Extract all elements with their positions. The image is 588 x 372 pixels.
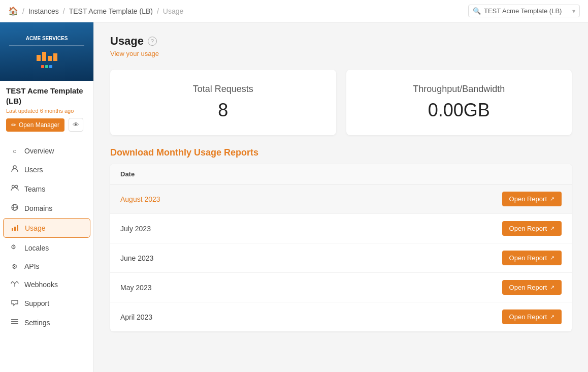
report-row-aug2023: August 2023 Open Report ↗ [110, 184, 572, 214]
usage-icon [11, 223, 20, 233]
domains-label: Domains [24, 204, 52, 212]
svg-rect-7 [14, 227, 16, 231]
separator-3: / [157, 7, 159, 15]
sidebar: ACME SERVICES TEST Ac [0, 22, 94, 372]
report-date-jul2023: July 2023 [120, 225, 151, 233]
open-report-may2023-button[interactable]: Open Report ↗ [502, 280, 562, 295]
open-report-may2023-label: Open Report [509, 284, 547, 291]
support-icon [10, 298, 19, 308]
report-row-jul2023: July 2023 Open Report ↗ [110, 214, 572, 243]
external-link-icon-4: ↗ [550, 284, 554, 291]
throughput-card: Throughput/Bandwidth 0.00GB [346, 70, 572, 135]
open-report-jun2023-label: Open Report [509, 254, 547, 262]
sidebar-item-webhooks[interactable]: Webhooks [3, 275, 90, 293]
report-row-apr2023: April 2023 Open Report ↗ [110, 302, 572, 331]
separator-2: / [63, 7, 65, 15]
search-input[interactable] [484, 7, 569, 15]
sidebar-thumbnail: ACME SERVICES [0, 22, 93, 81]
external-link-icon-5: ↗ [550, 314, 554, 320]
open-manager-label: Open Manager [19, 121, 59, 129]
svg-rect-12 [11, 323, 18, 324]
sidebar-last-updated: Last updated 6 months ago [6, 108, 87, 114]
sidebar-item-support[interactable]: Support [3, 294, 90, 313]
svg-rect-10 [11, 319, 18, 320]
reports-table: Date August 2023 Open Report ↗ July 2023… [110, 164, 572, 331]
open-report-apr2023-label: Open Report [509, 313, 547, 321]
webhooks-icon [10, 280, 19, 289]
stats-row: Total Requests 8 Throughput/Bandwidth 0.… [110, 70, 572, 135]
reports-table-body: August 2023 Open Report ↗ July 2023 Open… [110, 184, 572, 331]
report-date-jun2023: June 2023 [120, 254, 153, 262]
report-row-may2023: May 2023 Open Report ↗ [110, 273, 572, 302]
sidebar-item-overview[interactable]: ○ Overview [3, 142, 90, 160]
help-icon[interactable]: ? [148, 37, 157, 46]
throughput-value: 0.00GB [363, 100, 556, 121]
sidebar-item-locales[interactable]: ⚙ Locales [3, 238, 90, 257]
open-report-apr2023-button[interactable]: Open Report ↗ [502, 309, 562, 324]
layout: ACME SERVICES TEST Ac [0, 22, 588, 372]
users-icon [10, 165, 19, 174]
usage-label: Usage [25, 224, 45, 232]
open-report-aug2023-label: Open Report [509, 195, 547, 203]
home-icon[interactable]: 🏠 [8, 6, 18, 16]
main-content: Usage ? View your usage Total Requests 8… [94, 22, 588, 372]
open-report-aug2023-button[interactable]: Open Report ↗ [502, 192, 562, 206]
domains-icon [10, 203, 19, 213]
search-container: 🔍 ▾ [468, 5, 580, 17]
sidebar-nav: ○ Overview Users [0, 138, 93, 336]
support-label: Support [24, 299, 49, 307]
report-date-apr2023: April 2023 [120, 313, 152, 321]
sidebar-item-apis[interactable]: ⚙ APIs [3, 258, 90, 275]
settings-label: Settings [24, 319, 50, 327]
teams-icon [10, 184, 19, 194]
thumbnail-title: ACME SERVICES [26, 36, 68, 41]
top-nav: 🏠 / Instances / TEST Acme Template (LB) … [0, 0, 588, 22]
sidebar-actions: ✏ Open Manager 👁 [0, 118, 93, 138]
open-report-jul2023-label: Open Report [509, 225, 547, 232]
sidebar-item-teams[interactable]: Teams [3, 179, 90, 198]
overview-label: Overview [24, 147, 54, 155]
preview-button[interactable]: 👁 [69, 118, 83, 132]
locales-label: Locales [24, 244, 49, 252]
external-link-icon-2: ↗ [550, 225, 554, 232]
open-manager-button[interactable]: ✏ Open Manager [6, 118, 64, 132]
locales-icon: ⚙ [10, 243, 19, 253]
chevron-down-icon[interactable]: ▾ [572, 8, 575, 15]
total-requests-value: 8 [126, 100, 320, 121]
external-link-icon: ↗ [550, 196, 554, 202]
webhooks-label: Webhooks [24, 281, 58, 289]
page-title: Usage [110, 35, 144, 48]
page-header: Usage ? View your usage [110, 35, 572, 57]
sidebar-item-settings[interactable]: Settings [3, 313, 90, 332]
open-report-jul2023-button[interactable]: Open Report ↗ [502, 221, 562, 236]
open-report-jun2023-button[interactable]: Open Report ↗ [502, 251, 562, 265]
settings-icon [10, 318, 19, 327]
search-icon: 🔍 [473, 7, 481, 15]
svg-text:⚙: ⚙ [11, 243, 16, 251]
view-usage-link[interactable]: View your usage [110, 50, 572, 57]
breadcrumb-current: Usage [163, 7, 183, 15]
breadcrumb-instances[interactable]: Instances [28, 7, 59, 15]
users-label: Users [24, 166, 43, 174]
breadcrumb-template[interactable]: TEST Acme Template (LB) [69, 7, 153, 15]
separator-1: / [22, 7, 24, 15]
sidebar-item-usage[interactable]: Usage [3, 218, 90, 238]
report-date-aug2023: August 2023 [120, 195, 160, 203]
reports-section-title: Download Monthly Usage Reports [110, 147, 572, 158]
pencil-icon: ✏ [11, 121, 16, 129]
svg-rect-11 [11, 321, 18, 322]
sidebar-item-users[interactable]: Users [3, 160, 90, 179]
svg-rect-8 [17, 225, 18, 231]
apis-icon: ⚙ [10, 263, 19, 270]
throughput-label: Throughput/Bandwidth [363, 84, 556, 95]
external-link-icon-3: ↗ [550, 255, 554, 261]
report-date-may2023: May 2023 [120, 284, 151, 292]
teams-label: Teams [24, 185, 45, 193]
total-requests-label: Total Requests [126, 84, 320, 95]
sidebar-app-info: TEST Acme Template (LB) Last updated 6 m… [0, 81, 93, 118]
reports-table-header: Date [110, 164, 572, 184]
total-requests-card: Total Requests 8 [110, 70, 336, 135]
sidebar-app-name: TEST Acme Template (LB) [6, 86, 87, 106]
sidebar-item-domains[interactable]: Domains [3, 199, 90, 218]
overview-icon: ○ [10, 147, 19, 155]
